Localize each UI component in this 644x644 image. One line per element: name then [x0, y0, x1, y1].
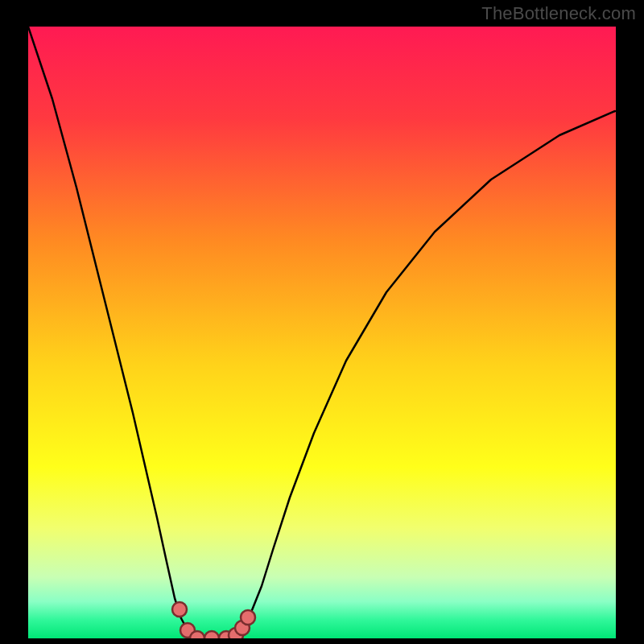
data-point [190, 631, 204, 644]
bottleneck-chart [0, 0, 644, 644]
data-point [172, 602, 187, 617]
data-point [241, 610, 255, 625]
watermark-text: TheBottleneck.com [481, 3, 636, 24]
chart-container: TheBottleneck.com [0, 0, 644, 644]
data-point [204, 631, 219, 644]
plot-background [28, 27, 616, 638]
